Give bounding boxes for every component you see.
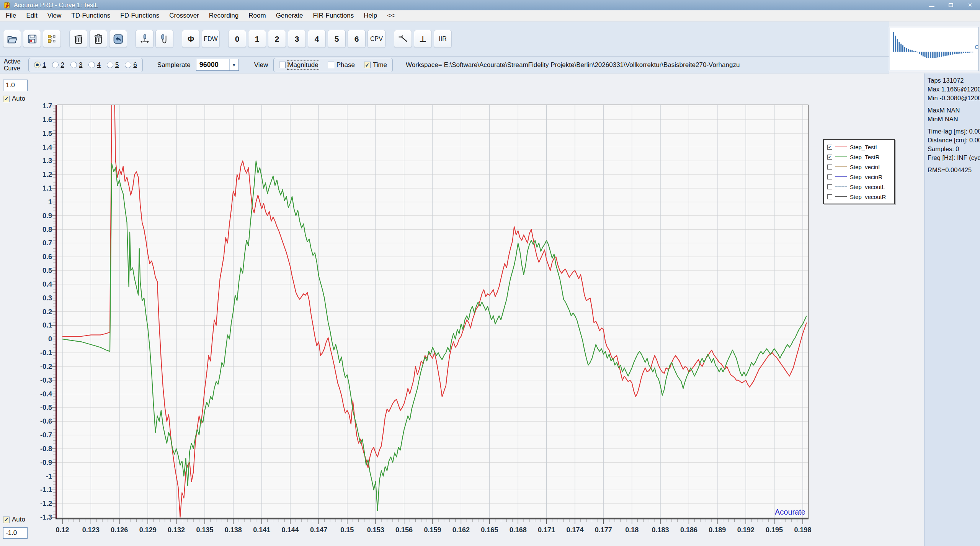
curve-2-button[interactable]: 2: [268, 30, 286, 48]
curve-radio-4[interactable]: 4: [88, 61, 100, 69]
mic-move-icon: [139, 33, 150, 45]
radio-circle-icon[interactable]: [34, 62, 41, 68]
acourate-watermark: Acourate: [775, 508, 805, 516]
y-min-input[interactable]: -1.0: [3, 527, 28, 539]
legend-label: Step_vecoutR: [850, 194, 886, 200]
radio-label-5: 5: [115, 61, 119, 69]
menu-item-generate[interactable]: Generate: [271, 10, 308, 21]
crossover-slope-button[interactable]: [394, 30, 412, 48]
menu-item-fd-functions[interactable]: FD-Functions: [115, 10, 164, 21]
trash-button[interactable]: [89, 30, 107, 48]
view-checkbox-time[interactable]: ✓Time: [364, 61, 387, 69]
maximize-button[interactable]: [946, 0, 956, 10]
checkbox-checked-icon[interactable]: ✓: [827, 155, 832, 160]
curve-radio-1[interactable]: 1: [34, 61, 46, 69]
curve-5-button[interactable]: 5: [328, 30, 346, 48]
menu-item-edit[interactable]: Edit: [21, 10, 42, 21]
legend-line-sample: [835, 156, 847, 157]
menu-item-room[interactable]: Room: [243, 10, 271, 21]
iir-button[interactable]: IIR: [434, 30, 452, 48]
radio-circle-icon[interactable]: [107, 62, 113, 68]
curve-radio-2[interactable]: 2: [52, 61, 64, 69]
minimize-button[interactable]: [927, 0, 936, 10]
undo-button[interactable]: [109, 30, 127, 48]
svg-text:0.159: 0.159: [424, 526, 441, 534]
curve-3-button[interactable]: 3: [288, 30, 306, 48]
phase-button[interactable]: Φ: [182, 30, 200, 48]
checkbox-unchecked-icon[interactable]: [827, 165, 832, 170]
menu-item-recording[interactable]: Recording: [204, 10, 244, 21]
samplerate-select[interactable]: 96000 ▼: [196, 59, 239, 71]
curve-tree-button[interactable]: [43, 30, 61, 48]
radio-label-2: 2: [60, 61, 64, 69]
step-response-plot[interactable]: 1.71.61.51.41.31.21.110.90.80.70.60.50.4…: [0, 73, 924, 546]
view-label: View: [254, 61, 268, 69]
checkbox-unchecked-icon[interactable]: [827, 184, 832, 189]
legend-row-step_vecinr: Step_vecinR: [824, 172, 894, 182]
save-button[interactable]: [23, 30, 41, 48]
menu-item-help[interactable]: Help: [359, 10, 382, 21]
mic-move-button[interactable]: [136, 30, 154, 48]
curve-6-button[interactable]: 6: [348, 30, 366, 48]
samplerate-label: Samplerate: [157, 61, 191, 69]
view-checkbox-magnitude[interactable]: Magnitude: [279, 61, 318, 69]
stats-line: Time-lag [ms]: 0.00: [928, 127, 980, 136]
cpv-button[interactable]: CPV: [368, 30, 385, 48]
svg-text:0.129: 0.129: [139, 526, 157, 534]
view-checkbox-label: Time: [373, 61, 387, 69]
checkbox-unchecked-icon[interactable]: [827, 194, 832, 199]
radio-circle-icon[interactable]: [125, 62, 131, 68]
curve-4-button[interactable]: 4: [308, 30, 326, 48]
chevron-down-icon[interactable]: ▼: [229, 59, 238, 70]
auto-scale-bottom-checkbox[interactable]: ✓ Auto: [3, 516, 25, 523]
radio-circle-icon[interactable]: [70, 62, 77, 68]
checkbox-unchecked-icon[interactable]: [827, 174, 832, 179]
y-max-input[interactable]: 1.0: [3, 80, 28, 91]
checkbox-unchecked-icon[interactable]: [328, 62, 334, 68]
legend-line-sample: [835, 176, 847, 177]
window-title: Acourate PRO - Curve 1: TestL: [14, 2, 98, 9]
menu-item-fir-functions[interactable]: FIR-Functions: [308, 10, 359, 21]
curve-radio-3[interactable]: 3: [70, 61, 82, 69]
svg-text:0.144: 0.144: [282, 526, 299, 534]
toolbar-group-3: [136, 30, 173, 48]
stats-group: MaxM NANMinM NAN: [928, 106, 980, 124]
checkbox-checked-icon[interactable]: ✓: [364, 62, 371, 68]
right-stats-panel: Taps 131072Max 1.1665@12000Min -0.3080@1…: [924, 73, 980, 546]
impulse-preview-thumbnail[interactable]: [889, 27, 978, 71]
open-folder-button[interactable]: [3, 30, 21, 48]
checkbox-checked-icon[interactable]: ✓: [827, 145, 832, 150]
perpendicular-button[interactable]: ⊥: [414, 30, 432, 48]
mic-record-button[interactable]: [155, 30, 173, 48]
svg-text:0.141: 0.141: [253, 526, 270, 534]
curve-0-button[interactable]: 0: [228, 30, 246, 48]
curve-1-button[interactable]: 1: [248, 30, 266, 48]
curve-legend: ✓Step_TestL✓Step_TestRStep_vecinLStep_ve…: [823, 139, 895, 204]
active-curve-row: Active Curve 123456 Samplerate 96000 ▼ V…: [0, 57, 889, 73]
curve-radio-5[interactable]: 5: [107, 61, 119, 69]
view-checkbox-phase[interactable]: Phase: [328, 61, 355, 69]
menu-item--[interactable]: <<: [382, 10, 400, 21]
checkbox-unchecked-icon[interactable]: [279, 62, 286, 68]
menu-item-td-functions[interactable]: TD-Functions: [66, 10, 115, 21]
delete-curve-button[interactable]: [69, 30, 87, 48]
auto-label: Auto: [12, 516, 25, 523]
stats-line: Min -0.3080@12002: [928, 94, 980, 103]
legend-row-step_testr: ✓Step_TestR: [824, 152, 894, 162]
svg-text:0.183: 0.183: [652, 526, 669, 534]
curve-radio-6[interactable]: 6: [125, 61, 137, 69]
menu-item-view[interactable]: View: [42, 10, 67, 21]
close-button[interactable]: ×: [965, 0, 975, 10]
fdw-button[interactable]: FDW: [202, 30, 220, 48]
menu-item-file[interactable]: File: [1, 10, 21, 21]
checkbox-checked-icon[interactable]: ✓: [3, 517, 10, 523]
menu-item-crossover[interactable]: Crossover: [164, 10, 204, 21]
radio-circle-icon[interactable]: [52, 62, 59, 68]
checkbox-checked-icon[interactable]: ✓: [3, 96, 10, 102]
legend-line-sample: [835, 186, 847, 187]
y-min-value: -1.0: [6, 529, 17, 537]
svg-text:0.192: 0.192: [737, 526, 755, 534]
auto-scale-top-checkbox[interactable]: ✓ Auto: [3, 95, 25, 103]
svg-text:0.147: 0.147: [310, 526, 327, 534]
radio-circle-icon[interactable]: [88, 62, 95, 68]
